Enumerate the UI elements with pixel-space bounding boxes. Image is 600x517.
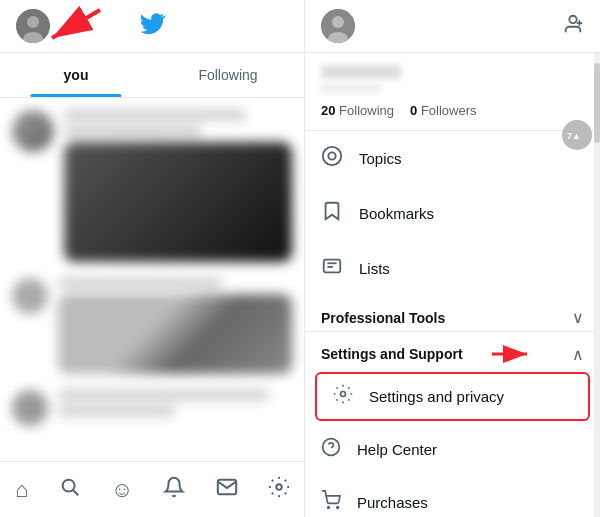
stats-row: 20 Following 0 Followers	[321, 103, 584, 118]
settings-privacy-icon	[333, 384, 353, 409]
svg-point-5	[62, 479, 74, 491]
professional-tools-chevron-icon: ∨	[572, 308, 584, 327]
home-nav-icon[interactable]: ⌂	[7, 469, 36, 511]
profile-handle-blurred	[321, 83, 381, 93]
left-panel: you Following	[0, 0, 305, 517]
settings-support-chevron-icon: ∧	[572, 345, 584, 364]
feed-tabs: you Following	[0, 53, 304, 98]
blurred-post-3	[12, 390, 292, 426]
help-center-icon	[321, 437, 341, 462]
help-center-label: Help Center	[357, 441, 584, 458]
blurred-post-2	[12, 278, 292, 374]
profile-section: 20 Following 0 Followers	[305, 53, 600, 131]
svg-point-21	[341, 392, 346, 397]
purchases-label: Purchases	[357, 494, 584, 511]
menu-section: Topics Bookmarks	[305, 131, 600, 517]
left-header	[0, 0, 304, 53]
menu-item-lists[interactable]: Lists	[305, 241, 600, 296]
menu-item-topics[interactable]: Topics	[305, 131, 600, 186]
settings-nav-icon[interactable]	[260, 468, 298, 512]
settings-support-section: Settings and Support ∧	[305, 331, 600, 517]
twitter-logo-icon	[138, 9, 166, 43]
bookmarks-label: Bookmarks	[359, 205, 584, 222]
svg-point-11	[569, 15, 576, 22]
settings-privacy-label: Settings and privacy	[369, 388, 572, 405]
scrollbar-thumb[interactable]	[594, 63, 600, 143]
right-header	[305, 0, 600, 53]
professional-tools-title: Professional Tools	[321, 310, 445, 326]
svg-point-1	[27, 16, 39, 28]
add-account-icon[interactable]	[562, 13, 584, 40]
svg-point-7	[276, 484, 282, 490]
topics-icon	[321, 145, 343, 172]
purchases-icon	[321, 490, 341, 515]
menu-item-purchases[interactable]: Purchases	[305, 476, 600, 517]
svg-text:7▲: 7▲	[567, 131, 581, 141]
professional-tools-header[interactable]: Professional Tools ∨	[305, 296, 600, 331]
menu-item-help-center[interactable]: Help Center	[305, 423, 600, 476]
svg-line-4	[52, 10, 100, 38]
top-right-badge: 7▲	[562, 120, 592, 150]
svg-line-6	[73, 490, 78, 495]
lists-label: Lists	[359, 260, 584, 277]
profile-name-blurred	[321, 65, 401, 79]
bottom-nav: ⌂ ☺	[0, 461, 305, 517]
right-panel: 20 Following 0 Followers Topics	[305, 0, 600, 517]
avatar[interactable]	[16, 9, 50, 43]
settings-support-header[interactable]: Settings and Support ∧	[305, 332, 600, 370]
settings-support-title: Settings and Support	[321, 346, 463, 362]
right-red-arrow-icon	[487, 344, 547, 364]
menu-item-bookmarks[interactable]: Bookmarks	[305, 186, 600, 241]
tab-you[interactable]: you	[0, 53, 152, 97]
svg-point-14	[323, 147, 341, 165]
bookmarks-icon	[321, 200, 343, 227]
feed-content	[0, 98, 304, 458]
blurred-feed	[0, 98, 304, 454]
right-avatar[interactable]	[321, 9, 355, 43]
search-nav-icon[interactable]	[51, 468, 89, 512]
svg-point-25	[337, 507, 339, 509]
blurred-post-1	[12, 110, 292, 262]
followers-stat[interactable]: 0 Followers	[410, 103, 476, 118]
menu-item-settings-privacy[interactable]: Settings and privacy	[315, 372, 590, 421]
topics-label: Topics	[359, 150, 584, 167]
svg-point-24	[328, 507, 330, 509]
following-stat[interactable]: 20 Following	[321, 103, 394, 118]
tab-following[interactable]: Following	[152, 53, 304, 97]
spaces-nav-icon[interactable]: ☺	[103, 469, 141, 511]
svg-point-9	[332, 16, 344, 28]
svg-point-15	[328, 152, 335, 159]
scrollbar-track	[594, 53, 600, 517]
lists-icon	[321, 255, 343, 282]
notifications-nav-icon[interactable]	[155, 468, 193, 512]
messages-nav-icon[interactable]	[208, 468, 246, 512]
